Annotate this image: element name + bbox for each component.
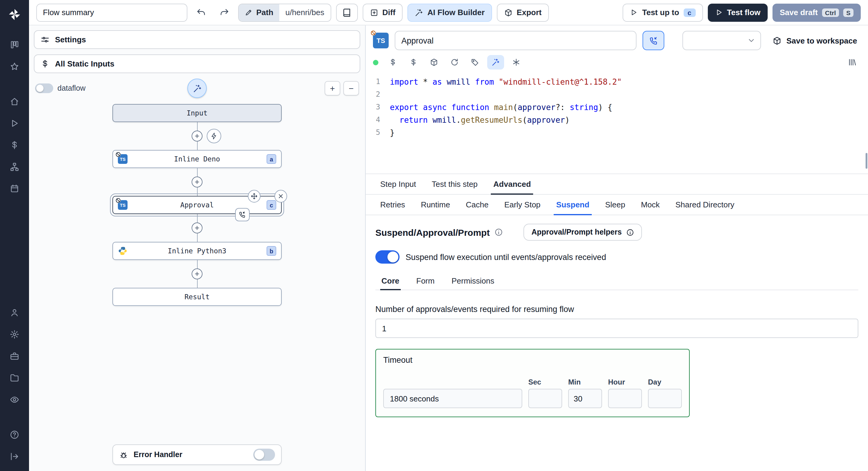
audit-logs-icon[interactable]	[5, 391, 24, 408]
add-step-button[interactable]	[192, 130, 203, 142]
format-asterisk-icon[interactable]	[508, 55, 525, 69]
step-tag-select[interactable]	[682, 31, 761, 50]
workers-icon[interactable]	[5, 348, 24, 364]
step-node-a[interactable]: TS Inline Deno a	[113, 150, 282, 168]
variable-picker-icon[interactable]	[384, 55, 401, 69]
undo-button[interactable]	[192, 3, 210, 22]
path-edit-segment[interactable]: Path	[239, 4, 279, 21]
export-button[interactable]: Export	[497, 3, 549, 22]
tab-advanced[interactable]: Advanced	[486, 174, 538, 194]
ai-assistant-wand-icon[interactable]	[487, 55, 504, 69]
home-icon[interactable]	[5, 93, 24, 110]
tag-icon[interactable]	[467, 55, 484, 69]
flow-summary-input[interactable]	[36, 3, 187, 22]
zoom-out-button[interactable]: −	[343, 81, 359, 95]
error-handler-toggle[interactable]	[253, 449, 275, 461]
flow-result-node[interactable]: Result	[113, 288, 282, 306]
suspend-toggle[interactable]	[375, 250, 400, 264]
code-lines: 1import * as wmill from "windmill-client…	[366, 76, 868, 139]
tab-permissions[interactable]: Permissions	[445, 272, 500, 290]
tab-test-this-step[interactable]: Test this step	[425, 174, 485, 194]
step-node-c-selected[interactable]: TS Approval c	[113, 196, 282, 214]
flow-settings-button[interactable]: Settings	[34, 30, 360, 49]
tab-retries[interactable]: Retries	[373, 195, 412, 215]
dashboard-icon[interactable]	[5, 36, 24, 53]
tab-runtime[interactable]: Runtime	[413, 195, 457, 215]
save-draft-button[interactable]: Save draftCtrlS	[773, 3, 861, 22]
variables-icon[interactable]	[5, 137, 24, 154]
add-step-button[interactable]	[192, 223, 203, 233]
ai-flow-builder-button[interactable]: AI Flow Builder	[407, 3, 492, 22]
hour-input[interactable]	[608, 389, 642, 408]
resource-picker-icon[interactable]	[405, 55, 422, 69]
path-control[interactable]: Path u/henri/bes	[238, 3, 331, 22]
step-tabs: Step Input Test this step Advanced	[366, 174, 868, 195]
approvals-count-input[interactable]	[375, 319, 858, 338]
test-flow-button[interactable]: Test flow	[708, 3, 768, 22]
step-node-b[interactable]: Inline Python3 b	[113, 242, 282, 260]
delete-step-button[interactable]	[274, 190, 287, 203]
zoom-in-button[interactable]: +	[324, 81, 340, 95]
tab-cache[interactable]: Cache	[459, 195, 496, 215]
reload-icon[interactable]	[446, 55, 463, 69]
dataflow-toggle[interactable]: dataflow	[35, 83, 86, 93]
save-to-workspace-button[interactable]: Save to workspace	[769, 35, 861, 46]
expand-sidebar-icon[interactable]	[5, 448, 24, 465]
result-node-label: Result	[118, 293, 276, 301]
tab-form[interactable]: Form	[410, 272, 441, 290]
test-flow-label: Test flow	[727, 8, 761, 17]
timeout-seconds-input[interactable]	[383, 389, 522, 408]
dependencies-icon[interactable]	[426, 55, 442, 69]
day-label: Day	[648, 378, 682, 386]
export-label: Export	[517, 8, 541, 17]
schedules-icon[interactable]	[5, 180, 24, 197]
trigger-bolt-button[interactable]	[207, 129, 221, 143]
day-input[interactable]	[648, 389, 682, 408]
approval-prompt-helpers-button[interactable]: Approval/Prompt helpers	[523, 224, 642, 241]
flows-icon[interactable]	[5, 158, 24, 175]
info-icon[interactable]	[494, 228, 503, 236]
tab-shared-directory[interactable]: Shared Directory	[668, 195, 742, 215]
editor-scrollbar[interactable]	[866, 153, 867, 169]
kbd-s: S	[843, 8, 854, 17]
code-line: 2	[366, 88, 868, 101]
add-step-button[interactable]	[192, 177, 203, 187]
docs-book-button[interactable]	[336, 3, 358, 22]
timeout-label: Timeout	[383, 355, 682, 364]
suspend-heading-row: Suspend/Approval/Prompt Approval/Prompt …	[375, 224, 858, 241]
approval-phone-badge	[235, 208, 250, 221]
path-value: u/henri/bes	[279, 8, 330, 17]
users-icon[interactable]	[5, 304, 24, 321]
tab-sleep[interactable]: Sleep	[598, 195, 632, 215]
move-icon	[251, 193, 257, 200]
approval-phone-button[interactable]	[643, 31, 664, 50]
info-icon	[626, 228, 634, 236]
content-row: Settings All Static Inputs dataflow + − …	[29, 25, 868, 471]
step-name-input[interactable]	[395, 31, 637, 50]
tab-mock[interactable]: Mock	[634, 195, 667, 215]
min-input[interactable]	[568, 389, 602, 408]
add-step-button[interactable]	[192, 268, 203, 279]
tab-core[interactable]: Core	[375, 272, 405, 290]
test-up-to-button[interactable]: Test up toc	[623, 3, 703, 22]
error-handler[interactable]: Error Handler	[113, 444, 282, 465]
tab-suspend[interactable]: Suspend	[549, 195, 597, 215]
sec-input[interactable]	[528, 389, 562, 408]
favorites-star-icon[interactable]	[5, 58, 24, 75]
diff-button[interactable]: Diff	[362, 3, 403, 22]
flow-input-node[interactable]: Input	[113, 104, 282, 122]
help-icon[interactable]	[5, 426, 24, 443]
ai-builder-graph-button[interactable]	[187, 79, 207, 98]
library-icon[interactable]	[844, 55, 861, 69]
folders-icon[interactable]	[5, 370, 24, 386]
settings-gear-icon[interactable]	[5, 326, 24, 343]
redo-button[interactable]	[215, 3, 233, 22]
advanced-tabs: Retries Runtime Cache Early Stop Suspend…	[366, 195, 868, 215]
static-inputs-button[interactable]: All Static Inputs	[34, 54, 360, 73]
tab-early-stop[interactable]: Early Stop	[497, 195, 548, 215]
runs-icon[interactable]	[5, 115, 24, 132]
move-step-button[interactable]	[248, 190, 260, 203]
code-editor[interactable]: 1import * as wmill from "windmill-client…	[366, 72, 868, 174]
dataflow-switch[interactable]	[35, 83, 53, 93]
tab-step-input[interactable]: Step Input	[373, 174, 424, 194]
